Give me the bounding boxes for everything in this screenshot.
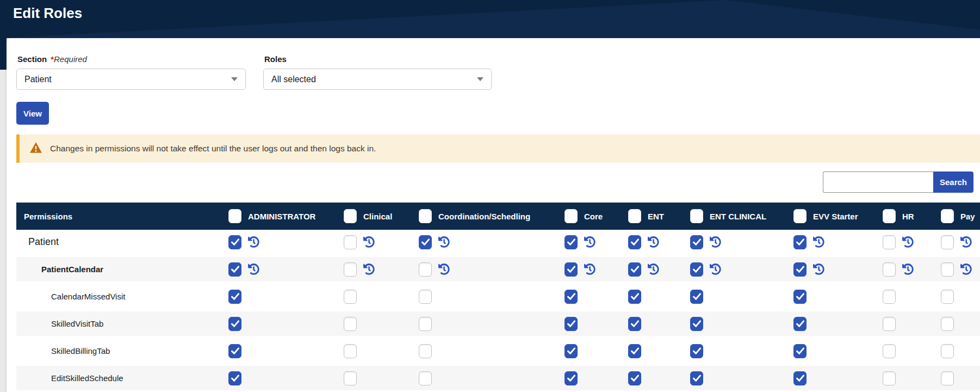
permission-checkbox[interactable]: [228, 371, 241, 385]
search-input[interactable]: [823, 171, 933, 193]
history-icon[interactable]: [248, 236, 259, 248]
history-icon[interactable]: [813, 264, 824, 275]
permission-checkbox[interactable]: [344, 290, 357, 304]
permission-cell: [932, 290, 980, 304]
select-all-checkbox-col4[interactable]: [628, 209, 641, 223]
permission-checkbox[interactable]: [565, 371, 578, 385]
permission-checkbox[interactable]: [941, 317, 954, 331]
role-column-header: Coordination/Schedling: [410, 209, 556, 223]
permission-checkbox[interactable]: [628, 371, 641, 385]
history-icon[interactable]: [648, 236, 659, 248]
permission-checkbox[interactable]: [419, 371, 432, 385]
permission-checkbox[interactable]: [628, 290, 641, 304]
history-icon[interactable]: [438, 236, 450, 248]
roles-select[interactable]: All selected: [263, 69, 492, 90]
permission-checkbox[interactable]: [628, 344, 641, 358]
permission-checkbox[interactable]: [690, 317, 703, 331]
permission-checkbox[interactable]: [228, 344, 241, 358]
select-all-checkbox-col8[interactable]: [941, 209, 954, 223]
permission-checkbox[interactable]: [228, 235, 241, 249]
permission-checkbox[interactable]: [883, 262, 896, 277]
role-column-header: ENT: [619, 209, 681, 223]
permission-cell: [932, 262, 980, 277]
select-all-checkbox-col1[interactable]: [344, 209, 357, 223]
permission-checkbox[interactable]: [690, 262, 703, 277]
history-icon[interactable]: [902, 264, 914, 275]
permission-checkbox[interactable]: [419, 235, 432, 249]
permission-checkbox[interactable]: [883, 235, 896, 249]
permission-checkbox[interactable]: [941, 371, 954, 385]
history-icon[interactable]: [363, 264, 375, 275]
permission-checkbox[interactable]: [941, 262, 954, 277]
select-all-checkbox-col6[interactable]: [793, 209, 807, 223]
roles-label: Roles: [264, 54, 492, 64]
permission-cell: [619, 290, 681, 304]
permission-checkbox[interactable]: [565, 290, 578, 304]
permission-checkbox[interactable]: [228, 290, 241, 304]
select-all-checkbox-col5[interactable]: [690, 209, 703, 223]
permission-checkbox[interactable]: [690, 344, 703, 358]
permission-checkbox[interactable]: [344, 262, 357, 277]
permission-checkbox[interactable]: [419, 317, 432, 331]
history-icon[interactable]: [960, 264, 972, 275]
history-icon[interactable]: [248, 264, 259, 275]
permission-cell: [556, 344, 619, 358]
permission-cell: [220, 344, 335, 358]
permission-checkbox[interactable]: [344, 317, 357, 331]
permission-checkbox[interactable]: [228, 317, 241, 331]
permission-cell: [410, 262, 556, 277]
permission-checkbox[interactable]: [419, 344, 432, 358]
permission-checkbox[interactable]: [793, 262, 807, 277]
permission-checkbox[interactable]: [690, 235, 703, 249]
table-row: Patient: [16, 230, 980, 257]
permission-checkbox[interactable]: [419, 290, 432, 304]
history-icon[interactable]: [363, 236, 375, 248]
permission-checkbox[interactable]: [793, 344, 807, 358]
permission-checkbox[interactable]: [793, 290, 807, 304]
history-icon[interactable]: [710, 264, 721, 275]
history-icon[interactable]: [584, 236, 596, 248]
role-column-label: HR: [902, 212, 914, 221]
history-icon[interactable]: [960, 236, 972, 248]
permission-checkbox[interactable]: [793, 235, 807, 249]
section-select[interactable]: Patient: [16, 69, 246, 90]
select-all-checkbox-col7[interactable]: [883, 209, 896, 223]
search-button[interactable]: Search: [933, 171, 973, 193]
permission-checkbox[interactable]: [419, 262, 432, 277]
history-icon[interactable]: [813, 236, 824, 248]
permission-checkbox[interactable]: [883, 317, 896, 331]
view-button[interactable]: View: [16, 102, 49, 125]
permission-checkbox[interactable]: [883, 290, 896, 304]
permission-checkbox[interactable]: [565, 344, 578, 358]
permission-checkbox[interactable]: [690, 290, 703, 304]
history-icon[interactable]: [648, 264, 659, 275]
permission-checkbox[interactable]: [793, 317, 807, 331]
permission-checkbox[interactable]: [344, 235, 357, 249]
history-icon[interactable]: [710, 236, 721, 248]
permission-checkbox[interactable]: [565, 317, 578, 331]
history-icon[interactable]: [438, 264, 450, 275]
permission-checkbox[interactable]: [565, 262, 578, 277]
permission-checkbox[interactable]: [941, 344, 954, 358]
permission-cell: [220, 262, 335, 277]
permission-checkbox[interactable]: [941, 290, 954, 304]
select-all-checkbox-col3[interactable]: [565, 209, 578, 223]
permission-checkbox[interactable]: [565, 235, 578, 249]
history-icon[interactable]: [902, 236, 914, 248]
permission-cell: [874, 290, 932, 304]
permission-checkbox[interactable]: [941, 235, 954, 249]
permission-checkbox[interactable]: [628, 317, 641, 331]
permission-checkbox[interactable]: [883, 371, 896, 385]
select-all-checkbox-col0[interactable]: [228, 209, 241, 223]
permission-checkbox[interactable]: [344, 344, 357, 358]
role-column-label: EVV Starter: [813, 212, 858, 221]
permission-checkbox[interactable]: [628, 235, 641, 249]
permission-checkbox[interactable]: [344, 371, 357, 385]
permission-checkbox[interactable]: [793, 371, 807, 385]
permission-checkbox[interactable]: [228, 262, 241, 277]
select-all-checkbox-col2[interactable]: [419, 209, 432, 223]
history-icon[interactable]: [584, 264, 596, 275]
permission-checkbox[interactable]: [883, 344, 896, 358]
permission-checkbox[interactable]: [628, 262, 641, 277]
permission-checkbox[interactable]: [690, 371, 703, 385]
